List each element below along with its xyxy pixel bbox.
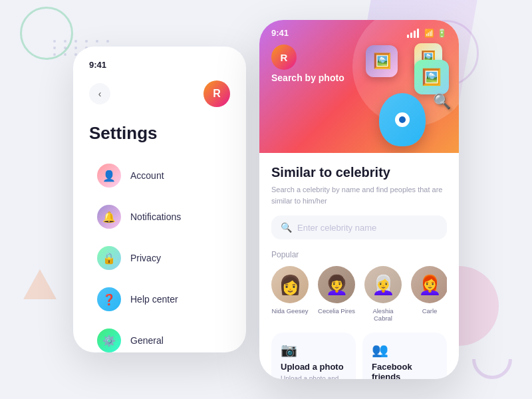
bg-triangle <box>23 269 57 299</box>
celebrity-search-placeholder: Enter celebrity name <box>297 223 376 233</box>
celebrity-avatar-1: 👩‍🦱 <box>318 266 355 303</box>
settings-item-help[interactable]: ❓ Help center <box>89 281 230 318</box>
content-section: Similar to celebrity Search a celebrity … <box>259 153 459 379</box>
celebrity-face-1: 👩‍🦱 <box>318 266 355 303</box>
celebrity-item-3[interactable]: 👩‍🦰 Carle <box>411 266 447 322</box>
bg-circle-green <box>20 7 73 60</box>
privacy-icon: 🔒 <box>97 246 121 270</box>
main-avatar[interactable]: R <box>271 45 297 70</box>
celebrity-face-0: 👩 <box>271 266 309 303</box>
bottom-card-facebook-friends[interactable]: 👥 Facebook friends Search for similar pe… <box>362 332 447 379</box>
monster-pupil <box>399 116 406 123</box>
celebrity-face-2: 👩‍🦳 <box>364 266 402 303</box>
back-button[interactable]: ‹ <box>89 83 110 104</box>
popular-label: Popular <box>271 250 447 259</box>
screens-container: 9:41 ‹ R Settings 👤 Account 🔔 Notificati… <box>73 20 459 379</box>
settings-item-general[interactable]: ⚙️ General <box>89 322 230 352</box>
bottom-cards-container: 📷 Upload a photo Upload a photo and see … <box>271 332 447 379</box>
settings-items-list: 👤 Account 🔔 Notifications 🔒 Privacy ❓ He… <box>89 157 230 352</box>
celebrity-search-bar[interactable]: 🔍 Enter celebrity name <box>271 215 447 239</box>
notifications-label: Notifications <box>130 211 181 222</box>
section-title: Similar to celebrity <box>271 165 447 180</box>
help-icon: ❓ <box>97 287 121 311</box>
settings-item-notifications[interactable]: 🔔 Notifications <box>89 198 230 235</box>
celebrity-avatar-2: 👩‍🦳 <box>364 266 402 303</box>
settings-time: 9:41 <box>89 60 230 70</box>
monster-body <box>379 93 426 146</box>
search-icon: 🔍 <box>281 222 292 233</box>
upload-photo-icon: 📷 <box>281 342 346 358</box>
bottom-card-upload-photo[interactable]: 📷 Upload a photo Upload a photo and see … <box>271 332 356 379</box>
bg-arc <box>472 339 512 379</box>
facebook-friends-icon: 👥 <box>372 342 438 358</box>
settings-item-account[interactable]: 👤 Account <box>89 157 230 194</box>
popular-celebrities-list: 👩 Nida Geesey 👩‍🦱 Cecelia Pires 👩‍🦳 Ales… <box>271 266 447 322</box>
photo-card-1: 🖼️ <box>366 45 398 77</box>
monster-eye <box>395 112 410 127</box>
celebrity-name-3: Carle <box>422 307 438 315</box>
celebrity-avatar-0: 👩 <box>271 266 309 303</box>
celebrity-item-2[interactable]: 👩‍🦳 Aleshia Cabral <box>364 266 402 322</box>
main-phone-scroll[interactable]: 9:41 📶 🔋 R Search by photo <box>259 20 459 379</box>
celebrity-name-0: Nida Geesey <box>272 307 309 315</box>
settings-header: ‹ R <box>89 80 230 107</box>
photo-card-2: 🖼️ <box>414 60 449 94</box>
celebrity-face-3: 👩‍🦰 <box>411 266 447 303</box>
facebook-friends-title: Facebook friends <box>372 362 438 379</box>
magnifier-icon: 🔍 <box>433 93 451 110</box>
help-label: Help center <box>130 294 178 305</box>
upload-photo-desc: Upload a photo and see similar <box>281 374 346 379</box>
settings-item-privacy[interactable]: 🔒 Privacy <box>89 239 230 277</box>
general-label: General <box>130 335 164 346</box>
section-desc: Search a celebrity by name and find peop… <box>271 184 447 206</box>
notifications-icon: 🔔 <box>97 205 121 229</box>
celebrity-item-0[interactable]: 👩 Nida Geesey <box>271 266 309 322</box>
settings-phone: 9:41 ‹ R Settings 👤 Account 🔔 Notificati… <box>73 47 246 352</box>
celebrity-name-2: Aleshia Cabral <box>364 307 402 322</box>
celebrity-item-1[interactable]: 👩‍🦱 Cecelia Pires <box>318 266 355 322</box>
celebrity-avatar-3: 👩‍🦰 <box>411 266 447 303</box>
general-icon: ⚙️ <box>97 329 121 352</box>
account-icon: 👤 <box>97 164 121 188</box>
main-time: 9:41 <box>271 28 289 38</box>
account-label: Account <box>130 170 164 181</box>
monster-illustration: 🖼️ 🖼️ 🖼️ 🔍 <box>359 40 452 146</box>
hero-section: 9:41 📶 🔋 R Search by photo <box>259 20 459 153</box>
main-phone: 9:41 📶 🔋 R Search by photo <box>259 20 459 379</box>
settings-title: Settings <box>89 123 230 144</box>
upload-photo-title: Upload a photo <box>281 362 346 372</box>
celebrity-name-1: Cecelia Pires <box>318 307 355 315</box>
privacy-label: Privacy <box>130 253 161 263</box>
settings-avatar[interactable]: R <box>203 80 230 107</box>
